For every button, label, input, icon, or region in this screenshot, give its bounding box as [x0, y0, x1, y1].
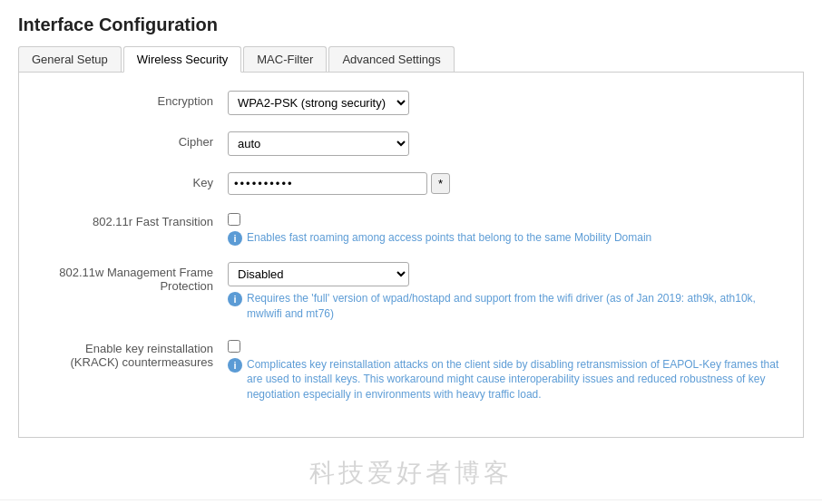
- key-control: *: [228, 172, 785, 195]
- footer-bar: Dismiss Save: [0, 499, 822, 504]
- tab-advanced-settings[interactable]: Advanced Settings: [328, 46, 454, 72]
- krack-checkbox-row: [228, 338, 785, 353]
- encryption-row: Encryption None WEP WPA-PSK WPA2-PSK (st…: [37, 91, 785, 115]
- fast-transition-help: i Enables fast roaming among access poin…: [228, 230, 785, 246]
- krack-control: i Complicates key reinstallation attacks…: [228, 338, 785, 402]
- mgmt-frame-info-icon: i: [228, 292, 242, 306]
- krack-row: Enable key reinstallation (KRACK) counte…: [37, 338, 785, 402]
- krack-checkbox[interactable]: [228, 340, 240, 353]
- tab-mac-filter[interactable]: MAC-Filter: [243, 46, 327, 72]
- fast-transition-info-icon: i: [228, 231, 242, 246]
- fast-transition-checkbox[interactable]: [228, 213, 240, 226]
- tab-bar: General Setup Wireless Security MAC-Filt…: [18, 46, 804, 73]
- tab-wireless-security[interactable]: Wireless Security: [123, 46, 241, 73]
- krack-help-text: Complicates key reinstallation attacks o…: [247, 357, 785, 402]
- mgmt-frame-select[interactable]: Disabled Optional Required: [228, 262, 409, 286]
- encryption-control: None WEP WPA-PSK WPA2-PSK (strong securi…: [228, 91, 785, 115]
- fast-transition-checkbox-row: [228, 211, 785, 226]
- mgmt-frame-label: 802.11w Management Frame Protection: [37, 262, 228, 293]
- cipher-label: Cipher: [37, 131, 228, 149]
- cipher-row: Cipher auto CCMP (AES) TKIP TKIP+CCMP: [37, 131, 785, 156]
- fast-transition-control: i Enables fast roaming among access poin…: [228, 211, 785, 246]
- key-row: Key *: [37, 172, 785, 195]
- krack-label: Enable key reinstallation (KRACK) counte…: [37, 338, 228, 369]
- page-title: Interface Configuration: [18, 15, 804, 35]
- encryption-label: Encryption: [37, 91, 228, 108]
- key-input[interactable]: [228, 172, 427, 195]
- fast-transition-row: 802.11r Fast Transition i Enables fast r…: [37, 211, 785, 246]
- key-toggle-button[interactable]: *: [431, 173, 450, 194]
- krack-help: i Complicates key reinstallation attacks…: [228, 357, 785, 402]
- fast-transition-label: 802.11r Fast Transition: [37, 211, 228, 228]
- key-label: Key: [37, 172, 228, 189]
- cipher-control: auto CCMP (AES) TKIP TKIP+CCMP: [228, 131, 785, 156]
- mgmt-frame-help: i Requires the 'full' version of wpad/ho…: [228, 291, 785, 322]
- mgmt-frame-row: 802.11w Management Frame Protection Disa…: [37, 262, 785, 322]
- tab-general-setup[interactable]: General Setup: [18, 46, 122, 72]
- fast-transition-help-text: Enables fast roaming among access points…: [247, 230, 651, 246]
- content-area: Encryption None WEP WPA-PSK WPA2-PSK (st…: [18, 73, 804, 438]
- encryption-select[interactable]: None WEP WPA-PSK WPA2-PSK (strong securi…: [228, 91, 409, 115]
- watermark: 科技爱好者博客: [0, 438, 822, 499]
- mgmt-frame-control: Disabled Optional Required i Requires th…: [228, 262, 785, 322]
- key-input-wrapper: *: [228, 172, 785, 195]
- mgmt-frame-help-text: Requires the 'full' version of wpad/host…: [247, 291, 785, 322]
- krack-info-icon: i: [228, 358, 242, 373]
- cipher-select[interactable]: auto CCMP (AES) TKIP TKIP+CCMP: [228, 131, 409, 156]
